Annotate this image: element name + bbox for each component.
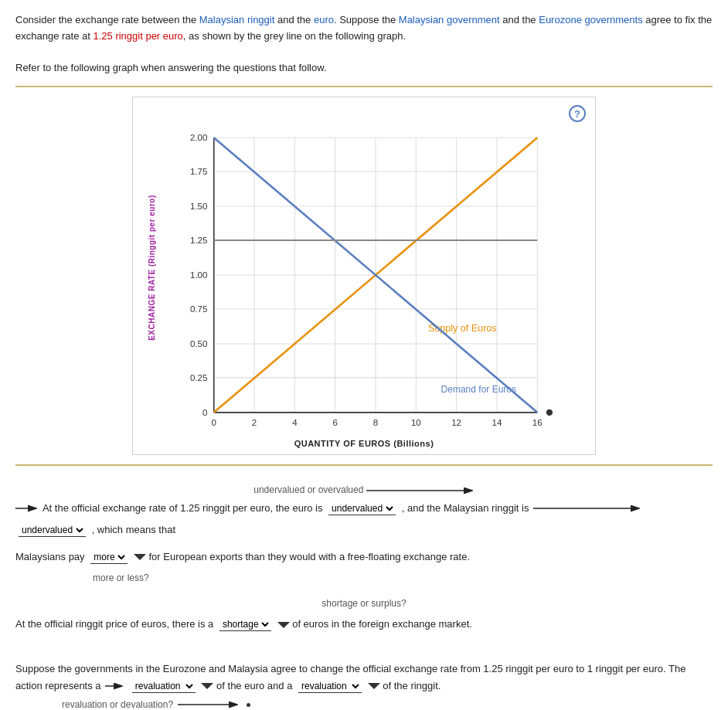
highlight-ringgit: Malaysian ringgit [199, 14, 275, 25]
question-2-row: Malaysians pay more less for European ex… [15, 546, 713, 589]
svg-text:12: 12 [451, 418, 461, 427]
demand-label-abs: Demand for Euros [441, 384, 516, 395]
q1-dropdown-euro[interactable]: undervalued overvalued [328, 502, 396, 515]
refer-text: Refer to the following graph when answer… [15, 60, 713, 76]
y-axis-label: EXCHANGE RATE (Ringgit per euro) [148, 195, 156, 341]
svg-marker-49 [368, 683, 380, 689]
q2-end: for European exports than they would wit… [148, 551, 470, 562]
q1-end: , which means that [92, 524, 175, 535]
q4-dropdown-1[interactable]: revaluation devaluation [132, 680, 196, 693]
q1-before: At the official exchange rate of 1.25 ri… [43, 502, 323, 514]
bottom-divider [15, 464, 713, 466]
svg-text:4: 4 [292, 418, 298, 427]
questions-section: undervalued or overvalued [15, 480, 713, 710]
arrow-right-q1 [15, 502, 39, 515]
question-1-text: At the official exchange rate of 1.25 ri… [15, 498, 713, 542]
dropdown-arrow-q4-1 [201, 680, 213, 692]
question-4-row: Suppose the governments in the Eurozone … [15, 661, 713, 710]
svg-text:0: 0 [212, 418, 216, 427]
dropdown-arrow-q2 [134, 551, 146, 563]
svg-text:1.50: 1.50 [190, 202, 207, 211]
q3-end: of euros in the foreign exchange market. [292, 618, 472, 630]
svg-text:8: 8 [373, 418, 378, 427]
q4-end2: of the ringgit. [383, 680, 441, 691]
intro-paragraph: Consider the exchange rate between the M… [15, 12, 713, 76]
q4-hint: revaluation or devaluation? [62, 695, 173, 710]
svg-text:14: 14 [492, 418, 502, 427]
dropdown-arrow-q3 [277, 619, 290, 631]
question-3-row: shortage or surplus? At the official rin… [15, 593, 713, 636]
dropdown-arrow-q4-2 [368, 680, 380, 692]
highlight-malaysian-govt: Malaysian government [399, 14, 500, 25]
q4-text: Suppose the governments in the Eurozone … [15, 661, 713, 695]
q4-mid: of the euro and a [216, 680, 292, 691]
arrow-annotation-1 [533, 502, 641, 515]
svg-text:6: 6 [332, 418, 337, 427]
arrow-right-1 [366, 484, 475, 497]
chart-area: EXCHANGE RATE (Ringgit per euro) [142, 113, 586, 437]
svg-text:16: 16 [532, 418, 543, 427]
q1-dropdown-ringgit[interactable]: undervalued overvalued [19, 524, 86, 537]
q1-mid: , and the Malaysian ringgit is [402, 502, 529, 514]
svg-text:0: 0 [202, 408, 207, 417]
question-1-row: undervalued or overvalued [15, 480, 713, 542]
highlight-rate: 1.25 ringgit per euro [93, 30, 182, 42]
svg-marker-46 [277, 622, 290, 628]
arrow-annotation-q4 [105, 680, 124, 692]
svg-text:0.50: 0.50 [190, 339, 207, 348]
x-axis-label: QUANTITY OF EUROS (Billions) [142, 439, 586, 448]
q3-before: At the official ringgit price of euros, … [15, 618, 213, 630]
q4-end: action represents a [15, 680, 101, 691]
highlight-eurozone-govt: Eurozone governments [539, 14, 642, 25]
svg-text:1.75: 1.75 [190, 167, 207, 176]
q2-before: Malaysians pay [15, 551, 85, 562]
q3-hint: shortage or surplus? [15, 593, 713, 613]
svg-text:10: 10 [411, 418, 421, 427]
svg-text:2.00: 2.00 [190, 134, 207, 143]
svg-text:1.25: 1.25 [190, 236, 207, 245]
svg-text:0.25: 0.25 [190, 373, 207, 382]
q2-hint: more or less? [93, 568, 713, 588]
q4-content: Suppose the governments in the Eurozone … [15, 663, 685, 674]
q4-hint-row: revaluation or devaluation? [62, 695, 713, 710]
svg-text:1.00: 1.00 [190, 270, 207, 280]
q2-dropdown[interactable]: more less [90, 551, 128, 564]
highlight-euro: euro [314, 14, 334, 25]
svg-text:0.75: 0.75 [190, 304, 207, 314]
q3-dropdown[interactable]: shortage surplus [219, 618, 271, 631]
chart-svg: 0 0.25 0.50 0.75 1.00 1.25 1.50 1.75 2.0… [165, 113, 586, 437]
svg-text:2: 2 [252, 418, 257, 427]
q4-dropdown-2[interactable]: revaluation devaluation [298, 680, 362, 693]
arrow-q4-hint [178, 698, 240, 710]
svg-point-41 [546, 409, 553, 416]
dot-bullet [247, 703, 250, 707]
svg-marker-45 [134, 554, 146, 560]
top-divider [15, 86, 713, 87]
graph-container: ? EXCHANGE RATE (Ringgit per euro) [132, 97, 596, 455]
svg-marker-48 [201, 683, 213, 689]
